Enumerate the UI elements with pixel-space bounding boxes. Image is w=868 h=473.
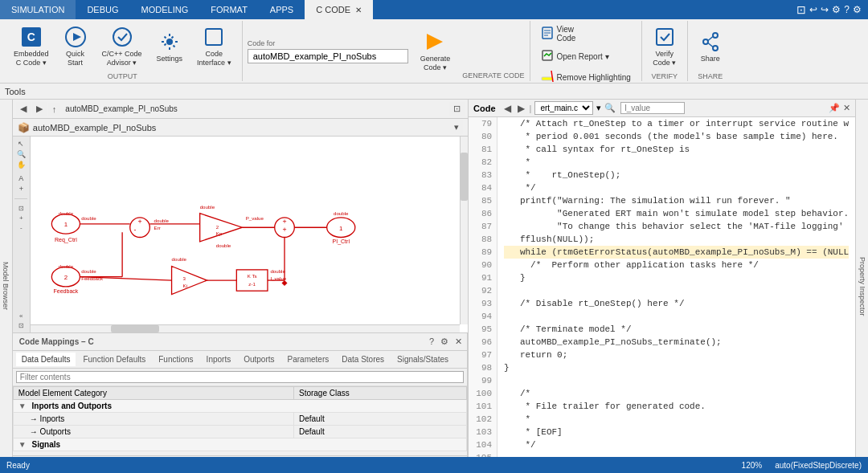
browser-path: autoMBD_example_PI_noSubs <box>65 104 178 113</box>
redo-icon[interactable]: ↪ <box>821 4 829 15</box>
tab-apps[interactable]: APPS <box>259 0 305 19</box>
code-nav-forward[interactable]: ▶ <box>516 103 526 114</box>
tab-data-defaults[interactable]: Data Defaults <box>16 353 76 366</box>
svg-text:double: double <box>81 268 96 274</box>
tool-zoom[interactable]: 🔍 <box>17 150 26 158</box>
property-inspector-sidebar[interactable]: Property Inspector <box>855 100 868 473</box>
quick-start-button[interactable]: QuickStart <box>58 22 93 71</box>
tab-ccode[interactable]: C CODE ✕ <box>305 0 373 19</box>
status-ready: Ready <box>6 461 30 470</box>
settings-ribbon-icon[interactable]: ⚙ <box>853 4 862 15</box>
tool-collapse[interactable]: « <box>19 312 23 320</box>
v-scrollbar[interactable] <box>460 137 468 324</box>
code-pin-icon[interactable]: 📌 <box>829 103 840 113</box>
tab-parameters[interactable]: Parameters <box>282 353 335 366</box>
h-scrollbar-thumb[interactable] <box>111 325 159 332</box>
inports-value[interactable]: Default <box>293 413 466 426</box>
canvas-menu-btn[interactable]: ▾ <box>450 120 463 134</box>
line-number-101: 101 <box>473 400 492 413</box>
tab-modeling[interactable]: MODELING <box>130 0 200 19</box>
view-code-button[interactable]: ViewCode <box>535 22 582 45</box>
h-scrollbar[interactable] <box>31 324 460 332</box>
line-number-81: 81 <box>473 143 492 156</box>
model-browser-sidebar[interactable]: Model Browser <box>0 100 13 473</box>
code-close-icon[interactable]: ✕ <box>843 103 850 113</box>
generate-code-button[interactable]: GenerateCode ▾ <box>415 27 457 75</box>
tool-zoom-in[interactable]: + <box>19 214 23 222</box>
svg-text:3: 3 <box>182 275 186 281</box>
outports-label: Outports <box>40 427 71 436</box>
v-scrollbar-thumb[interactable] <box>461 153 468 201</box>
code-interface-button[interactable]: CodeInterface ▾ <box>191 22 237 71</box>
browser-up-btn[interactable]: ↑ <box>48 103 61 116</box>
expand-icon-signals[interactable]: ▼ <box>18 440 27 449</box>
code-panel-title: Code <box>473 104 496 113</box>
tool-zoom-out[interactable]: - <box>20 224 23 231</box>
embedded-c-icon: C <box>20 26 43 48</box>
filter-input[interactable] <box>16 371 464 383</box>
block-sum2[interactable]: + + <box>275 218 295 238</box>
tab-outports[interactable]: Outports <box>238 353 280 366</box>
output-group-label: OUTPUT <box>8 71 237 80</box>
code-file-select[interactable]: ert_main.c <box>534 101 593 115</box>
browser-forward-btn[interactable]: ▶ <box>32 102 47 116</box>
tab-data-stores[interactable]: Data Stores <box>336 353 390 366</box>
filter-row <box>13 369 467 386</box>
settings-button[interactable]: Settings <box>151 22 189 71</box>
open-report-button[interactable]: Open Report ▾ <box>535 47 615 66</box>
block-integrator[interactable]: K Ts z-1 <box>236 270 268 291</box>
code-advisor-button[interactable]: C/C++ CodeAdvisor ▾ <box>96 22 148 71</box>
line-number-95: 95 <box>473 323 492 336</box>
tab-inports[interactable]: Inports <box>201 353 237 366</box>
close-tab-icon[interactable]: ✕ <box>355 6 362 14</box>
settings-icon <box>158 31 181 53</box>
tab-functions[interactable]: Functions <box>153 353 199 366</box>
share-button[interactable]: Share <box>693 22 728 71</box>
code-for-area: Code for <box>248 39 408 63</box>
tab-format[interactable]: FORMAT <box>199 0 259 19</box>
tool-add[interactable]: + <box>19 185 23 193</box>
line-number-84: 84 <box>473 181 492 194</box>
toolbar-ribbon: C EmbeddedC Code ▾ QuickStart C/C++ Code… <box>0 19 868 84</box>
verify-code-button[interactable]: VerifyCode ▾ <box>647 22 682 71</box>
code-line-100: /* <box>504 387 849 400</box>
tab-simulation[interactable]: SIMULATION <box>0 0 76 19</box>
code-for-label: Code for <box>248 39 408 47</box>
tool-block[interactable]: ⊡ <box>18 322 24 329</box>
line-number-80: 80 <box>473 130 492 143</box>
tool-select[interactable]: ↖ <box>18 140 24 148</box>
svg-rect-13 <box>657 29 673 45</box>
tool-fit[interactable]: ⊡ <box>18 205 24 212</box>
browser-expand-btn[interactable]: ⊡ <box>449 102 465 116</box>
code-nav-back[interactable]: ◀ <box>502 103 513 114</box>
mappings-close-icon[interactable]: ✕ <box>453 336 464 347</box>
line-number-85: 85 <box>473 194 492 207</box>
search-ribbon-icon[interactable]: ⚙ <box>832 4 841 15</box>
help-icon[interactable]: ? <box>844 4 850 15</box>
mappings-settings-icon[interactable]: ⚙ <box>439 336 450 347</box>
code-search-input[interactable] <box>620 102 685 114</box>
code-line-88: fflush(NULL)); <box>504 233 849 246</box>
window-control-icon[interactable]: ⊡ <box>796 3 806 16</box>
svg-text:+: + <box>137 218 141 226</box>
mappings-help-icon[interactable]: ? <box>428 336 436 347</box>
code-line-87: "To change this behavior select the 'MAT… <box>504 220 849 233</box>
line-number-103: 103 <box>473 426 492 438</box>
line-number-93: 93 <box>473 297 492 310</box>
tab-signals-states[interactable]: Signals/States <box>391 353 454 366</box>
browser-back-btn[interactable]: ◀ <box>16 102 31 116</box>
block-sum1[interactable]: + - <box>130 218 150 238</box>
line-number-88: 88 <box>473 233 492 246</box>
code-for-input[interactable] <box>248 49 408 63</box>
undo-icon[interactable]: ↩ <box>809 4 817 15</box>
tab-function-defaults[interactable]: Function Defaults <box>77 353 151 366</box>
tool-text[interactable]: A <box>18 174 23 182</box>
tab-debug[interactable]: DEBUG <box>76 0 129 19</box>
mapping-tabs-row: Data Defaults Function Defaults Function… <box>13 351 467 369</box>
outports-value[interactable]: Default <box>293 426 466 438</box>
verify-group-label: VERIFY <box>647 71 682 80</box>
tool-hand[interactable]: ✋ <box>17 161 26 169</box>
embedded-c-button[interactable]: C EmbeddedC Code ▾ <box>8 22 55 71</box>
row-outports: → Outports Default <box>13 426 466 438</box>
expand-icon-inports-outports[interactable]: ▼ <box>18 402 27 410</box>
